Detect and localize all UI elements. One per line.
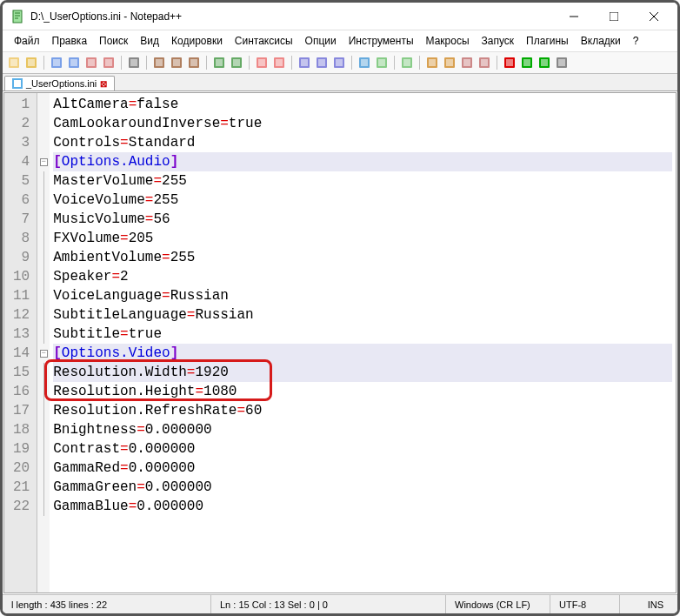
code-line-10[interactable]: Speaker=2 — [53, 267, 672, 286]
chars-button[interactable] — [374, 55, 390, 70]
code-line-13[interactable]: Subtitle=true — [53, 325, 672, 344]
fold-cell[interactable] — [37, 171, 50, 191]
status-eol: Windows (CR LF) — [446, 595, 550, 613]
code-line-19[interactable]: Contrast=0.000000 — [53, 439, 672, 459]
macro-run-button[interactable] — [537, 55, 552, 70]
unfold-button[interactable] — [442, 55, 457, 70]
code-line-1[interactable]: AltCamera=false — [53, 95, 672, 114]
doc2-icon — [478, 57, 490, 69]
code-line-12[interactable]: SubtitleLanguage=Russian — [53, 305, 672, 325]
maximize-button[interactable] — [594, 3, 634, 30]
redo-button[interactable] — [229, 55, 244, 70]
fold-cell[interactable] — [37, 497, 50, 516]
fold-cell[interactable] — [37, 382, 50, 401]
code-line-22[interactable]: GammaBlue=0.000000 — [53, 497, 672, 516]
sync-button[interactable] — [331, 55, 347, 70]
fold-toggle-icon[interactable]: − — [40, 158, 48, 166]
fold-cell[interactable] — [37, 478, 50, 497]
code-line-17[interactable]: Resolution.RefreshRate=60 — [53, 401, 672, 420]
tab-close-icon[interactable]: ⊠ — [100, 79, 107, 89]
fold-cell[interactable] — [37, 191, 50, 210]
print-button[interactable] — [126, 55, 142, 70]
fold-cell[interactable] — [37, 459, 50, 478]
fold-cell[interactable] — [37, 325, 50, 344]
code-line-4[interactable]: [Options.Audio] — [53, 152, 672, 171]
code-line-6[interactable]: VoiceVolume=255 — [53, 191, 672, 210]
doc1-button[interactable] — [459, 55, 475, 70]
line-number: 13 — [13, 325, 30, 344]
fold-cell[interactable] — [37, 229, 50, 248]
menu-синтаксисы[interactable]: Синтаксисы — [229, 32, 299, 50]
code-line-14[interactable]: [Options.Video] — [53, 344, 672, 363]
save-button[interactable] — [49, 55, 64, 70]
menu-поиск[interactable]: Поиск — [93, 32, 134, 50]
close-all-button[interactable] — [101, 55, 117, 70]
wrap-button[interactable] — [357, 55, 372, 70]
code-line-9[interactable]: AmbientVolume=255 — [53, 248, 672, 267]
svg-rect-47 — [403, 59, 410, 66]
macro-play-button[interactable] — [519, 55, 535, 70]
zoom-out-button[interactable] — [314, 55, 330, 70]
code-line-21[interactable]: GammaGreen=0.000000 — [53, 478, 672, 497]
paste-button[interactable] — [186, 55, 202, 70]
line-number: 3 — [13, 133, 30, 152]
fold-cell[interactable] — [37, 210, 50, 229]
replace-button[interactable] — [271, 55, 287, 70]
menu-вкладки[interactable]: Вкладки — [575, 32, 627, 50]
macro-rec-button[interactable] — [502, 55, 517, 70]
fold-cell[interactable] — [37, 133, 50, 152]
menu-правка[interactable]: Правка — [46, 32, 94, 50]
menu-кодировки[interactable]: Кодировки — [165, 32, 229, 50]
fold-cell[interactable] — [37, 286, 50, 305]
code-line-2[interactable]: CamLookaroundInverse=true — [53, 114, 672, 133]
find-button[interactable] — [254, 55, 270, 70]
close-button[interactable] — [634, 3, 674, 30]
macro-stop-button[interactable] — [554, 55, 570, 70]
fold-margin[interactable]: −− — [37, 93, 50, 593]
fold-cell[interactable] — [37, 114, 50, 133]
code-line-16[interactable]: Resolution.Height=1080 — [53, 382, 672, 401]
fold-cell[interactable] — [37, 363, 50, 382]
fold-cell[interactable] — [37, 248, 50, 267]
fold-cell[interactable] — [37, 420, 50, 439]
menu-инструменты[interactable]: Инструменты — [343, 32, 420, 50]
menu-?[interactable]: ? — [627, 32, 645, 50]
editor-area[interactable]: 12345678910111213141516171819202122 −− A… — [3, 92, 677, 593]
fold-button[interactable] — [424, 55, 440, 70]
menu-файл[interactable]: Файл — [8, 32, 46, 50]
save-all-button[interactable] — [66, 55, 82, 70]
new-button[interactable] — [6, 55, 22, 70]
menu-плагины[interactable]: Плагины — [520, 32, 575, 50]
open-button[interactable] — [23, 55, 39, 70]
menu-опции[interactable]: Опции — [299, 32, 343, 50]
fold-cell[interactable]: − — [37, 344, 50, 363]
code-line-18[interactable]: Bnightness=0.000000 — [53, 420, 672, 439]
fold-cell[interactable] — [37, 401, 50, 420]
code-line-5[interactable]: MasterVolume=255 — [53, 171, 672, 191]
close-button[interactable] — [83, 55, 99, 70]
zoom-in-button[interactable] — [297, 55, 312, 70]
minimize-button[interactable] — [554, 3, 594, 30]
menu-макросы[interactable]: Макросы — [420, 32, 476, 50]
fold-toggle-icon[interactable]: − — [40, 350, 48, 358]
doc2-button[interactable] — [477, 55, 492, 70]
fold-cell[interactable]: − — [37, 152, 50, 171]
fold-cell[interactable] — [37, 267, 50, 286]
fold-cell[interactable] — [37, 95, 50, 114]
copy-button[interactable] — [169, 55, 184, 70]
code-line-3[interactable]: Controls=Standard — [53, 133, 672, 152]
menu-вид[interactable]: Вид — [134, 32, 165, 50]
code-line-11[interactable]: VoiceLanguage=Russian — [53, 286, 672, 305]
code-line-8[interactable]: FXVolume=205 — [53, 229, 672, 248]
undo-button[interactable] — [211, 55, 227, 70]
code-line-7[interactable]: MusicVolume=56 — [53, 210, 672, 229]
code-line-20[interactable]: GammaRed=0.000000 — [53, 459, 672, 478]
code-line-15[interactable]: Resolution.Width=1920 — [53, 363, 672, 382]
menu-запуск[interactable]: Запуск — [476, 32, 521, 50]
indent-button[interactable] — [399, 55, 415, 70]
fold-cell[interactable] — [37, 439, 50, 459]
cut-button[interactable] — [151, 55, 167, 70]
code-content[interactable]: AltCamera=falseCamLookaroundInverse=true… — [50, 93, 676, 593]
file-tab[interactable]: _UserOptions.ini ⊠ — [4, 76, 115, 90]
fold-cell[interactable] — [37, 305, 50, 325]
